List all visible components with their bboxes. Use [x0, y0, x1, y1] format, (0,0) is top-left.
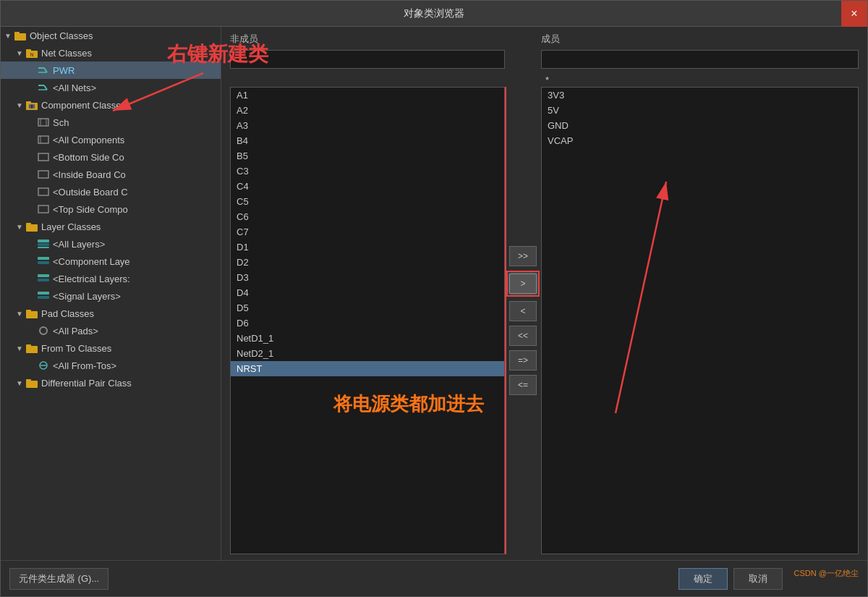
non-member-item[interactable]: D2 — [231, 255, 504, 270]
generator-button[interactable]: 元件类生成器 (G)... — [9, 568, 109, 590]
tree-item-all-components[interactable]: <All Components — [1, 131, 221, 148]
tree-item-component-classes[interactable]: ▼ Component Classes — [1, 96, 221, 114]
tree-item-top-side[interactable]: <Top Side Compo — [1, 200, 221, 218]
tree-item-pwr[interactable]: PWR — [1, 62, 221, 79]
pwr-label: PWR — [53, 65, 75, 76]
top-side-label: <Top Side Compo — [53, 204, 128, 215]
comp-icon-inside — [37, 168, 50, 181]
tree-item-electrical-layers[interactable]: <Electrical Layers: — [1, 270, 221, 287]
member-item[interactable]: 5V — [542, 103, 858, 118]
tree-item-diff-pair[interactable]: ▼ Differential Pair Class — [1, 374, 221, 391]
layer-icon-elec — [37, 272, 50, 285]
folder-icon-object — [14, 29, 27, 42]
members-search-input[interactable] — [541, 50, 859, 69]
tree-item-sch[interactable]: Sch — [1, 114, 221, 131]
non-member-item[interactable]: D6 — [231, 316, 504, 331]
tree-item-all-fromtos[interactable]: <All From-Tos> — [1, 357, 221, 374]
arrow-diff-pair: ▼ — [15, 378, 24, 387]
non-member-item[interactable]: B4 — [231, 133, 504, 148]
layer-folder-icon — [25, 220, 38, 233]
main-content: ▼ Object Classes ▼ N — [1, 27, 867, 560]
svg-rect-30 — [38, 257, 49, 260]
move-right-button[interactable]: => — [509, 350, 537, 371]
non-member-item[interactable]: D1 — [231, 240, 504, 255]
component-layer-label: <Component Laye — [53, 256, 130, 267]
svg-rect-24 — [38, 206, 48, 213]
buttons-star-spacer — [505, 75, 541, 85]
non-member-item[interactable]: C6 — [231, 209, 504, 224]
svg-rect-35 — [38, 296, 49, 299]
member-item[interactable]: GND — [542, 118, 858, 133]
non-member-item[interactable]: NRST — [231, 361, 504, 376]
tree-item-pad-classes[interactable]: ▼ Pad Classes — [1, 305, 221, 322]
svg-rect-33 — [38, 279, 49, 281]
remove-all-button[interactable]: << — [509, 326, 537, 346]
svg-rect-13 — [29, 104, 35, 109]
non-member-item[interactable]: A2 — [231, 103, 504, 118]
svg-rect-21 — [38, 153, 48, 161]
tree-item-bottom-side[interactable]: <Bottom Side Co — [1, 148, 221, 166]
net-icon-all — [37, 81, 50, 94]
non-member-item[interactable]: NetD1_1 — [231, 331, 504, 346]
member-item[interactable]: 3V3 — [542, 88, 858, 103]
diff-pair-label: Differential Pair Class — [41, 378, 132, 389]
members-col: 3V35VGNDVCAP — [541, 87, 859, 554]
non-members-list[interactable]: A1A2A3B4B5C3C4C5C6C7D1D2D3D4D5D6NetD1_1N… — [230, 87, 505, 554]
arrow-pad-classes: ▼ — [15, 309, 24, 318]
svg-rect-40 — [26, 344, 31, 347]
svg-line-9 — [44, 85, 47, 90]
all-nets-label: <All Nets> — [53, 82, 96, 93]
tree-item-all-layers[interactable]: <All Layers> — [1, 235, 221, 253]
svg-rect-31 — [38, 261, 49, 264]
non-member-item[interactable]: D4 — [231, 285, 504, 300]
tree-item-all-pads[interactable]: <All Pads> — [1, 322, 221, 339]
comp-icon-top — [37, 203, 50, 216]
non-member-item[interactable]: D5 — [231, 300, 504, 316]
non-member-item[interactable]: C7 — [231, 224, 504, 240]
move-left-button[interactable]: <= — [509, 375, 537, 395]
add-all-button[interactable]: >> — [509, 246, 537, 266]
main-dialog: 对象类浏览器 × ▼ Object Classes ▼ — [0, 0, 868, 597]
tree-item-outside-board[interactable]: <Outside Board C — [1, 183, 221, 200]
tree-item-layer-classes[interactable]: ▼ Layer Classes — [1, 218, 221, 235]
transfer-buttons-col: >> > < << => <= — [505, 87, 541, 554]
signal-layers-label: <Signal Layers> — [53, 291, 121, 302]
all-pads-label: <All Pads> — [53, 326, 98, 336]
members-list[interactable]: 3V35VGNDVCAP — [541, 87, 859, 554]
member-item[interactable]: VCAP — [542, 133, 858, 148]
non-member-item[interactable]: A1 — [231, 88, 504, 103]
ok-button[interactable]: 确定 — [678, 568, 728, 590]
add-one-button[interactable]: > — [509, 274, 537, 294]
remove-one-button[interactable]: < — [509, 301, 537, 321]
comp-icon-all — [37, 133, 50, 146]
non-member-item[interactable]: D3 — [231, 270, 504, 285]
arrow-component-classes: ▼ — [15, 101, 24, 109]
svg-text:N: N — [30, 52, 33, 57]
non-member-item[interactable]: B5 — [231, 148, 504, 164]
bottom-right-buttons: 确定 取消 CSDN @一亿绝尘 — [678, 568, 859, 590]
non-member-item[interactable]: C3 — [231, 164, 504, 179]
tree-item-all-nets[interactable]: <All Nets> — [1, 79, 221, 96]
non-members-col: A1A2A3B4B5C3C4C5C6C7D1D2D3D4D5D6NetD1_1N… — [230, 87, 505, 554]
svg-rect-22 — [38, 171, 48, 178]
svg-rect-32 — [38, 274, 49, 277]
non-member-item[interactable]: C5 — [231, 194, 504, 209]
svg-rect-29 — [38, 247, 49, 248]
tree-item-signal-layers[interactable]: <Signal Layers> — [1, 287, 221, 305]
star-row: * — [230, 75, 859, 85]
cancel-button-bottom[interactable]: 取消 — [733, 568, 783, 590]
title-bar: 对象类浏览器 × — [1, 1, 867, 27]
svg-rect-26 — [26, 223, 31, 226]
fromto-icon-all — [37, 359, 50, 372]
non-member-item[interactable]: NetD2_1 — [231, 346, 504, 361]
tree-item-net-classes[interactable]: ▼ N Net Classes — [1, 44, 221, 62]
non-members-search-input[interactable] — [230, 50, 505, 69]
close-button[interactable]: × — [841, 1, 867, 27]
tree-item-object-classes[interactable]: ▼ Object Classes — [1, 27, 221, 44]
non-member-item[interactable]: A3 — [231, 118, 504, 133]
non-member-item[interactable]: C4 — [231, 179, 504, 194]
tree-item-inside-board[interactable]: <Inside Board Co — [1, 166, 221, 183]
tree-item-component-layer[interactable]: <Component Laye — [1, 253, 221, 270]
tree-item-fromto-classes[interactable]: ▼ From To Classes — [1, 339, 221, 357]
fromto-folder-icon — [25, 342, 38, 355]
